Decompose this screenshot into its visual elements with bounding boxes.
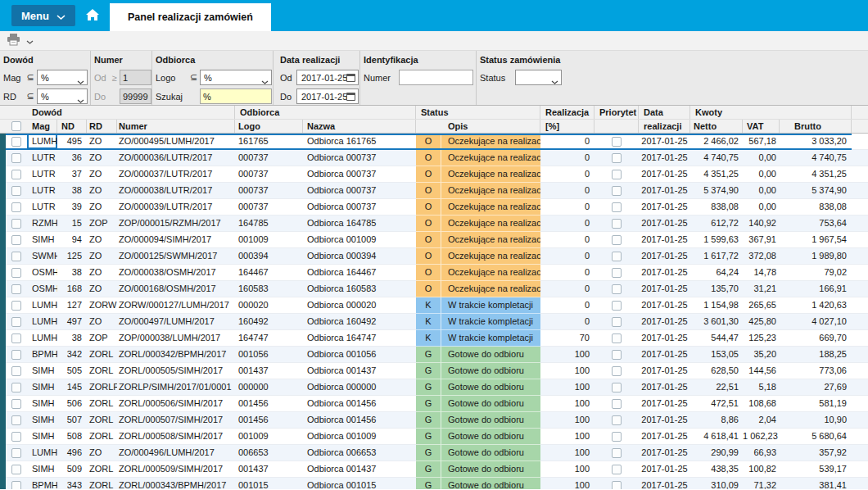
- priorytet-checkbox[interactable]: [612, 268, 622, 278]
- priorytet-checkbox[interactable]: [612, 366, 622, 376]
- priorytet-checkbox[interactable]: [612, 350, 622, 360]
- table-row[interactable]: SIMH 505 ZORL ZORL/000505/SIMH/2017 0014…: [0, 363, 868, 379]
- table-row[interactable]: SIMH 94 ZO ZO/000094/SIMH/2017 001009 Od…: [0, 232, 868, 248]
- table-row[interactable]: OSMH 168 ZO ZO/000168/OSMH/2017 160583 O…: [0, 281, 868, 297]
- col-header-pct[interactable]: [%]: [540, 120, 594, 133]
- table-row[interactable]: LUMH 38 ZOP ZOP/000038/LUMH/2017 164747 …: [0, 330, 868, 347]
- home-button[interactable]: [75, 0, 110, 31]
- cell-realizacja-pct: 0: [540, 166, 594, 183]
- table-row[interactable]: LUTR 37 ZO ZO/000037/LUTR/2017 000737 Od…: [0, 166, 868, 183]
- row-checkbox[interactable]: [11, 219, 21, 229]
- menu-button[interactable]: Menu: [11, 5, 75, 26]
- priorytet-checkbox[interactable]: [612, 383, 622, 392]
- row-checkbox[interactable]: [11, 366, 21, 376]
- priorytet-checkbox[interactable]: [612, 219, 622, 229]
- row-checkbox[interactable]: [11, 465, 21, 474]
- row-checkbox[interactable]: [11, 284, 21, 294]
- row-checkbox[interactable]: [11, 170, 21, 179]
- priorytet-checkbox[interactable]: [612, 415, 622, 425]
- numer-do-input[interactable]: [120, 88, 151, 104]
- row-checkbox[interactable]: [11, 448, 21, 458]
- print-button[interactable]: [7, 34, 20, 48]
- table-row[interactable]: BPMH 343 ZORL ZORL/000343/BPMH/2017 0010…: [0, 478, 868, 489]
- row-checkbox[interactable]: [11, 415, 21, 425]
- table-row[interactable]: LUTR 36 ZO ZO/000036/LUTR/2017 000737 Od…: [0, 150, 868, 166]
- rd-filter-select[interactable]: %: [37, 88, 88, 104]
- priorytet-checkbox[interactable]: [612, 235, 622, 245]
- row-checkbox[interactable]: [11, 186, 21, 196]
- calendar-icon[interactable]: [346, 93, 355, 101]
- priorytet-checkbox[interactable]: [612, 301, 622, 311]
- cell-numer: ZO/000036/LUTR/2017: [117, 150, 235, 166]
- table-row[interactable]: SIMH 508 ZORL ZORL/000508/SIMH/2017 0010…: [0, 429, 868, 445]
- row-checkbox[interactable]: [11, 333, 21, 343]
- col-header-logo[interactable]: Logo: [235, 120, 303, 133]
- col-header-netto[interactable]: Netto: [690, 120, 743, 133]
- table-row[interactable]: LUMH 496 ZO ZO/000496/LUMH/2017 006653 O…: [0, 445, 868, 461]
- mag-filter-select[interactable]: %: [37, 70, 88, 85]
- priorytet-checkbox[interactable]: [612, 399, 622, 409]
- priorytet-checkbox[interactable]: [612, 170, 622, 179]
- priorytet-checkbox[interactable]: [612, 465, 622, 474]
- priorytet-checkbox[interactable]: [612, 333, 622, 343]
- col-header-brutto[interactable]: Brutto: [780, 120, 852, 133]
- row-checkbox[interactable]: [11, 350, 21, 360]
- row-checkbox[interactable]: [11, 317, 21, 327]
- priorytet-checkbox[interactable]: [612, 481, 622, 490]
- col-header-rd[interactable]: RD: [87, 120, 117, 133]
- row-checkbox[interactable]: [11, 383, 21, 392]
- col-header-nd[interactable]: ND: [57, 120, 87, 133]
- row-checkbox[interactable]: [11, 137, 21, 147]
- col-header-vat[interactable]: VAT: [743, 120, 780, 133]
- cell-priorytet: [594, 134, 639, 150]
- szukaj-filter-input[interactable]: [200, 88, 272, 104]
- table-row[interactable]: LUMH 127 ZORW ZORW/000127/LUMH/2017 0000…: [0, 297, 868, 314]
- col-header-nazwa[interactable]: Nazwa: [303, 120, 416, 133]
- table-row[interactable]: LUMH 497 ZO ZO/000497/LUMH/2017 160492 O…: [0, 314, 868, 330]
- priorytet-checkbox[interactable]: [612, 448, 622, 458]
- col-header-mag[interactable]: Mag: [27, 120, 57, 133]
- row-checkbox[interactable]: [11, 432, 21, 442]
- priorytet-checkbox[interactable]: [612, 317, 622, 327]
- logo-filter-select[interactable]: %: [200, 70, 272, 85]
- table-row[interactable]: SIMH 506 ZORL ZORL/000506/SIMH/2017 0014…: [0, 396, 868, 412]
- table-row[interactable]: BPMH 342 ZORL ZORL/000342/BPMH/2017 0010…: [0, 347, 868, 363]
- tab-panel-realizacji-zamowien[interactable]: Panel realizacji zamówień: [110, 3, 271, 31]
- table-row[interactable]: SIMH 145 ZORLP ZORLP/SIMH/2017/01/0001 0…: [0, 379, 868, 396]
- priorytet-checkbox[interactable]: [612, 252, 622, 261]
- calendar-icon[interactable]: [346, 74, 355, 82]
- table-row[interactable]: LUMH 495 ZO ZO/000495/LUMH/2017 161765 O…: [0, 134, 868, 150]
- priorytet-checkbox[interactable]: [612, 186, 622, 196]
- col-header-opis[interactable]: Opis: [441, 120, 540, 133]
- select-all-checkbox[interactable]: [11, 121, 21, 131]
- row-checkbox[interactable]: [11, 235, 21, 245]
- priorytet-checkbox[interactable]: [612, 284, 622, 294]
- table-row[interactable]: LUTR 39 ZO ZO/000039/LUTR/2017 000737 Od…: [0, 199, 868, 216]
- data-od-input[interactable]: 2017-01-25: [296, 70, 359, 85]
- numer-od-input[interactable]: [120, 70, 151, 85]
- print-dropdown-chevron[interactable]: [26, 36, 34, 46]
- priorytet-checkbox[interactable]: [612, 432, 622, 442]
- row-checkbox[interactable]: [11, 252, 21, 261]
- table-row[interactable]: SWMH 125 ZO ZO/000125/SWMH/2017 000394 O…: [0, 248, 868, 265]
- row-checkbox[interactable]: [11, 202, 21, 212]
- table-row[interactable]: SIMH 509 ZORL ZORL/000509/SIMH/2017 0014…: [0, 461, 868, 478]
- priorytet-checkbox[interactable]: [612, 153, 622, 163]
- data-do-input[interactable]: 2017-01-25: [296, 88, 359, 104]
- col-header-numer[interactable]: Numer: [117, 120, 235, 133]
- filler: [852, 461, 868, 478]
- table-row[interactable]: LUTR 38 ZO ZO/000038/LUTR/2017 000737 Od…: [0, 183, 868, 199]
- row-checkbox[interactable]: [11, 153, 21, 163]
- row-checkbox[interactable]: [11, 301, 21, 311]
- table-row[interactable]: OSMH 38 ZO ZO/000038/OSMH/2017 164467 Od…: [0, 265, 868, 281]
- priorytet-checkbox[interactable]: [612, 137, 622, 147]
- col-header-realizacji[interactable]: realizacji: [639, 120, 690, 133]
- row-checkbox[interactable]: [11, 268, 21, 278]
- table-row[interactable]: SIMH 507 ZORL ZORL/000507/SIMH/2017 0014…: [0, 412, 868, 429]
- priorytet-checkbox[interactable]: [612, 202, 622, 212]
- row-checkbox[interactable]: [11, 481, 21, 490]
- ident-numer-input[interactable]: [399, 70, 473, 85]
- table-row[interactable]: RZMH 15 ZOP ZOP/000015/RZMH/2017 164785 …: [0, 216, 868, 232]
- row-checkbox[interactable]: [11, 399, 21, 409]
- status-filter-select[interactable]: [515, 70, 562, 85]
